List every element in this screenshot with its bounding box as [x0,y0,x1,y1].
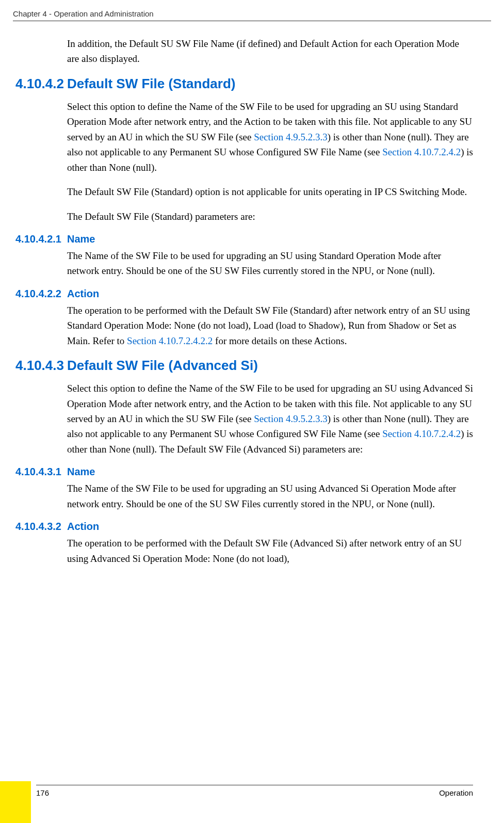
section-link[interactable]: Section 4.10.7.2.4.2 [382,428,461,439]
section-4-10-4-3-1-p1: The Name of the SW File to be used for u… [67,481,473,511]
footer-label: Operation [439,788,473,797]
section-4-10-4-3-p1: Select this option to define the Name of… [67,381,473,457]
page-tab-marker [0,783,31,823]
section-link[interactable]: Section 4.10.7.2.4.2 [382,147,461,157]
chapter-header: Chapter 4 - Operation and Administration [13,9,491,21]
page-number: 176 [36,788,49,797]
section-title: Action [67,521,99,532]
section-number: 4.10.4.3.2 [15,521,67,532]
section-4-10-4-3-heading: 4.10.4.3 Default SW File (Advanced Si) [15,358,473,374]
chapter-title: Chapter 4 - Operation and Administration [13,9,154,18]
section-number: 4.10.4.3.1 [15,466,67,478]
section-link[interactable]: Section 4.10.7.2.4.2.2 [127,335,213,346]
section-4-10-4-2-heading: 4.10.4.2 Default SW File (Standard) [15,76,473,92]
section-number: 4.10.4.2.1 [15,233,67,245]
section-4-10-4-2-1-heading: 4.10.4.2.1 Name [15,233,473,245]
section-4-10-4-2-1-p1: The Name of the SW File to be used for u… [67,248,473,279]
section-4-10-4-2-2-p1: The operation to be performed with the D… [67,303,473,348]
section-4-10-4-3-2-heading: 4.10.4.3.2 Action [15,521,473,532]
section-4-10-4-2-2-heading: 4.10.4.2.2 Action [15,288,473,300]
section-number: 4.10.4.2.2 [15,288,67,300]
section-link[interactable]: Section 4.9.5.2.3.3 [254,413,328,424]
section-4-10-4-3-1-heading: 4.10.4.3.1 Name [15,466,473,478]
section-title: Default SW File (Standard) [67,76,235,92]
section-4-10-4-2-p2: The Default SW File (Standard) option is… [67,184,473,199]
section-title: Action [67,288,99,300]
intro-paragraph: In addition, the Default SU SW File Name… [67,36,473,67]
section-4-10-4-2-p3: The Default SW File (Standard) parameter… [67,209,473,224]
section-title: Name [67,233,95,245]
text-fragment: for more details on these Actions. [213,335,347,346]
section-number: 4.10.4.2 [15,76,67,92]
section-title: Default SW File (Advanced Si) [67,358,258,374]
section-number: 4.10.4.3 [15,358,67,374]
section-link[interactable]: Section 4.9.5.2.3.3 [254,132,328,142]
section-4-10-4-2-p1: Select this option to define the Name of… [67,99,473,175]
page-content: In addition, the Default SU SW File Name… [15,36,473,575]
page-footer: 176 Operation [36,785,473,797]
section-4-10-4-3-2-p1: The operation to be performed with the D… [67,536,473,566]
section-title: Name [67,466,95,478]
